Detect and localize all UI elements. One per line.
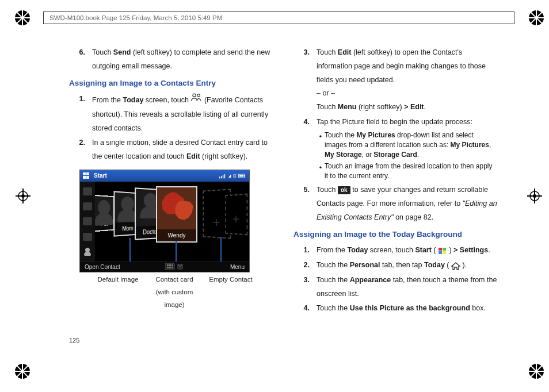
step-body: Tap the Picture field to begin the updat… <box>317 116 497 183</box>
step-number: 1. <box>69 93 92 135</box>
phone-statusbar: Start <box>80 170 249 182</box>
home-icon <box>451 262 460 270</box>
svg-rect-44 <box>167 264 169 266</box>
step-body: Touch ok to save your changes and return… <box>317 183 497 224</box>
crop-mark-bottom-right <box>528 363 544 379</box>
svg-marker-54 <box>452 263 460 270</box>
step-number: 3. <box>293 46 317 114</box>
bullet-icon: • <box>317 162 325 182</box>
callout-line <box>220 237 222 262</box>
svg-rect-52 <box>439 251 442 254</box>
step-body: Touch the Personal tab, then tap Today (… <box>317 259 497 272</box>
figure-phone-contacts: Start <box>79 170 249 312</box>
svg-rect-36 <box>221 176 222 178</box>
svg-rect-46 <box>171 264 173 266</box>
figure-labels: Default image Contact card (with custom … <box>90 274 259 312</box>
svg-rect-31 <box>83 172 86 175</box>
windows-flag-icon <box>82 172 90 180</box>
phone-screen: Start <box>79 170 250 272</box>
step-number: 4. <box>293 116 317 183</box>
step-body: Touch the Use this Picture as the backgr… <box>317 302 497 316</box>
svg-rect-32 <box>86 172 89 175</box>
svg-rect-35 <box>219 176 220 178</box>
step-number: 3. <box>293 274 317 301</box>
bullet-body: Touch an image from the desired location… <box>325 162 497 182</box>
step-body: From the Today screen, touch (Favorite C… <box>92 93 273 135</box>
bottombar-center-icon <box>165 263 185 270</box>
windows-flag-icon <box>438 247 447 255</box>
crop-mark-top-right <box>528 10 544 26</box>
step-number: 5. <box>293 183 317 224</box>
svg-rect-50 <box>439 248 442 251</box>
ok-icon: ok <box>338 186 350 194</box>
svg-marker-39 <box>228 174 231 178</box>
svg-rect-41 <box>239 175 243 176</box>
crop-mark-mid-left <box>16 189 32 205</box>
step-number: 2. <box>293 259 317 272</box>
step-body: Touch the Appearance tab, then touch a t… <box>317 274 497 301</box>
svg-rect-53 <box>443 251 446 254</box>
phone-canvas: Pet Mom Doctor Wendy <box>95 182 249 262</box>
step-number: 4. <box>293 302 317 316</box>
step-body: From the Today screen, touch Start ( ) >… <box>317 244 497 258</box>
svg-rect-48 <box>169 267 171 268</box>
crop-mark-bottom-left <box>14 363 30 379</box>
svg-rect-33 <box>83 176 86 179</box>
crop-mark-mid-right <box>527 189 543 205</box>
phone-sidebar <box>80 182 95 262</box>
bullet-body: Touch the My Pictures drop-down list and… <box>325 130 497 160</box>
figure-label-custom: Contact card (with custom image) <box>146 274 203 312</box>
svg-rect-37 <box>223 175 223 178</box>
step-number: 2. <box>69 136 92 164</box>
right-column: 3. Touch Edit (left softkey) to open the… <box>293 46 497 346</box>
figure-label-empty: Empty Contact <box>203 274 259 312</box>
figure-label-default: Default image <box>90 274 146 312</box>
svg-point-29 <box>193 94 196 97</box>
svg-rect-34 <box>86 176 89 179</box>
sidebar-person-icon <box>83 248 92 256</box>
softkey-right-label: Menu <box>230 262 245 272</box>
callout-line <box>129 238 131 262</box>
sidebar-thumb-icon <box>83 202 92 210</box>
svg-rect-51 <box>443 248 446 251</box>
svg-rect-38 <box>224 174 225 178</box>
statusbar-title: Start <box>94 170 107 181</box>
step-body: Touch Send (left softkey) to complete an… <box>92 46 273 74</box>
svg-point-30 <box>197 94 200 97</box>
step-number: 6. <box>69 46 92 74</box>
step-body: Touch Edit (left softkey) to open the Co… <box>317 46 497 114</box>
phone-bottombar: Open Contact Menu <box>80 262 249 272</box>
contact-card-wendy: Wendy <box>156 186 197 243</box>
section-title-assign-image-contact: Assigning an Image to a Contacts Entry <box>69 76 273 91</box>
svg-rect-47 <box>167 267 169 268</box>
sidebar-thumb-icon <box>83 187 92 195</box>
softkey-left-label: Open Contact <box>85 262 120 272</box>
crop-mark-top-left <box>14 10 30 26</box>
svg-rect-24 <box>16 195 30 197</box>
svg-rect-45 <box>169 264 171 266</box>
step-body: In a single motion, slide a desired Cont… <box>92 136 273 164</box>
statusbar-indicators-icon <box>219 172 247 179</box>
sidebar-thumb-icon <box>83 217 92 225</box>
svg-rect-49 <box>171 267 173 268</box>
step-number: 1. <box>293 244 317 258</box>
left-column: 6. Touch Send (left softkey) to complete… <box>69 46 273 346</box>
section-title-assign-image-today: Assigning an Image to the Today Backgrou… <box>293 227 497 242</box>
contact-card-pet: Pet <box>95 195 114 232</box>
callout-line <box>176 241 177 262</box>
book-header: SWD-M100.book Page 125 Friday, March 5, … <box>43 11 514 24</box>
page-content: 6. Touch Send (left softkey) to complete… <box>69 46 497 346</box>
favorite-contacts-icon <box>190 93 202 108</box>
bullet-icon: • <box>317 130 325 160</box>
book-header-text: SWD-M100.book Page 125 Friday, March 5, … <box>49 14 222 21</box>
svg-rect-42 <box>245 175 245 176</box>
page-number: 125 <box>69 337 79 344</box>
sidebar-thumb-icon <box>83 233 92 241</box>
contact-card-empty: + <box>225 193 247 235</box>
svg-rect-28 <box>527 195 542 197</box>
